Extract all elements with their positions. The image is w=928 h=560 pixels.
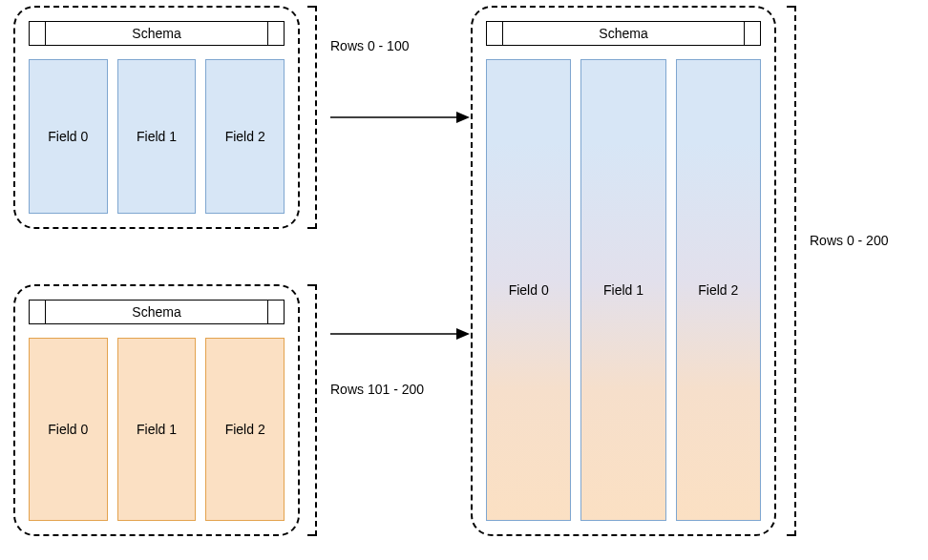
- field-1: Field 1: [117, 59, 197, 214]
- schema-cap-left: [29, 21, 46, 46]
- schema-header: Schema: [29, 21, 285, 46]
- field-container: Field 0 Field 1 Field 2: [29, 59, 285, 214]
- schema-cap-left: [486, 21, 503, 46]
- schema-label: Schema: [46, 21, 267, 46]
- field-2: Field 2: [205, 338, 285, 521]
- bracket-rows-0-200: [787, 6, 796, 536]
- arrow-batch-1-to-merged: [330, 324, 470, 343]
- schema-label: Schema: [46, 300, 267, 324]
- field-1: Field 1: [580, 59, 665, 521]
- rows-label-0-100: Rows 0 - 100: [330, 38, 409, 53]
- field-0: Field 0: [29, 338, 108, 521]
- bracket-rows-0-100: [307, 6, 317, 229]
- rows-label-0-200: Rows 0 - 200: [810, 233, 888, 248]
- field-container: Field 0 Field 1 Field 2: [29, 338, 285, 521]
- source-batch-0: Schema Field 0 Field 1 Field 2: [13, 6, 300, 229]
- schema-cap-left: [29, 300, 46, 324]
- rows-label-101-200: Rows 101 - 200: [330, 382, 424, 397]
- svg-marker-3: [456, 328, 470, 340]
- field-container: Field 0 Field 1 Field 2: [486, 59, 761, 521]
- field-1: Field 1: [117, 338, 197, 521]
- svg-marker-1: [456, 112, 470, 123]
- source-batch-1: Schema Field 0 Field 1 Field 2: [13, 284, 300, 536]
- field-2: Field 2: [676, 59, 761, 521]
- schema-header: Schema: [29, 300, 285, 324]
- field-0: Field 0: [486, 59, 571, 521]
- schema-header: Schema: [486, 21, 761, 46]
- schema-cap-right: [267, 300, 285, 324]
- merged-batch: Schema Field 0 Field 1 Field 2: [471, 6, 776, 536]
- field-2: Field 2: [205, 59, 285, 214]
- schema-label: Schema: [503, 21, 744, 46]
- bracket-rows-101-200: [307, 284, 317, 536]
- schema-cap-right: [267, 21, 285, 46]
- arrow-batch-0-to-merged: [330, 108, 470, 127]
- schema-cap-right: [744, 21, 761, 46]
- field-0: Field 0: [29, 59, 108, 214]
